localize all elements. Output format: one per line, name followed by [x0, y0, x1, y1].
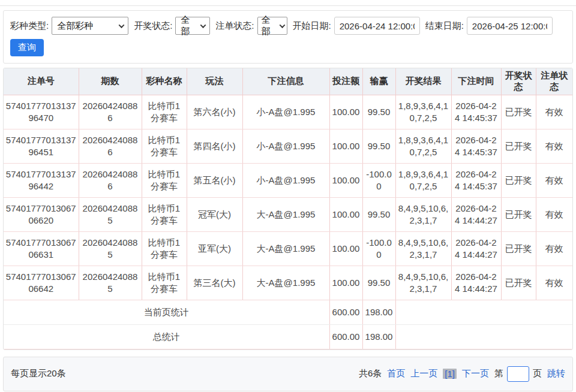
start-date-input[interactable]	[334, 17, 420, 35]
col-header-bet-info: 下注信息	[242, 68, 329, 95]
col-header-period: 期数	[79, 68, 142, 95]
start-date-label: 开始日期:	[293, 20, 331, 32]
cell-draw-result: 8,4,9,5,10,6,2,3,1,7	[395, 231, 451, 266]
page-summary-winloss-total: 198.00	[362, 300, 395, 324]
cell-bet-status: 有效	[536, 197, 572, 231]
cell-draw-result: 1,8,9,3,6,4,10,7,2,5	[395, 95, 451, 129]
pager: 共6条 首页 上一页 [1] 下一页 第 页 跳转	[353, 366, 565, 382]
cell-period: 202604240885	[79, 231, 142, 266]
cell-winloss: 99.50	[362, 197, 395, 231]
chevron-down-icon	[119, 22, 125, 28]
table-row: 5740177701306706642 202604240885 比特币1分赛车…	[4, 266, 572, 300]
current-page-indicator: [1]	[443, 369, 457, 379]
cell-period: 202604240885	[79, 197, 142, 231]
cell-bet-time: 2026-04-24 14:44:27	[451, 197, 501, 231]
table-header-row: 注单号 期数 彩种名称 玩法 下注信息 投注额 输赢 开奖结果 下注时间 开奖状…	[4, 68, 572, 95]
cell-period: 202604240886	[79, 163, 142, 197]
bet-status-label: 注单状态:	[215, 20, 254, 32]
col-header-draw-result: 开奖结果	[395, 68, 451, 95]
chevron-down-icon	[200, 22, 206, 28]
bet-status-select[interactable]: 全部	[257, 17, 287, 35]
cell-bet-number: 5740177701306706642	[4, 266, 79, 300]
end-date-label: 结束日期:	[425, 20, 464, 32]
jump-button[interactable]: 跳转	[547, 368, 565, 379]
cell-bet-time: 2026-04-24 14:44:27	[451, 266, 501, 300]
cell-period: 202604240886	[79, 129, 142, 163]
table-row: 5740177701313796451 202604240886 比特币1分赛车…	[4, 129, 572, 163]
draw-status-label: 开奖状态:	[134, 20, 172, 32]
cell-lottery-name: 比特币1分赛车	[142, 266, 187, 300]
cell-bet-status: 有效	[536, 129, 572, 163]
cell-draw-status: 已开奖	[501, 163, 536, 197]
cell-play-type: 亚军(大)	[187, 231, 242, 266]
cell-winloss: -100.00	[362, 231, 395, 266]
lottery-type-label: 彩种类型:	[10, 20, 49, 32]
cell-draw-result: 1,8,9,3,6,4,10,7,2,5	[395, 163, 451, 197]
bet-records-table-panel: 注单号 期数 彩种名称 玩法 下注信息 投注额 输赢 开奖结果 下注时间 开奖状…	[3, 68, 573, 350]
cell-bet-info: 小-A盘@1.995	[242, 129, 329, 163]
next-page-link[interactable]: 下一页	[462, 368, 489, 379]
page-jump-input[interactable]	[507, 366, 529, 382]
table-row: 5740177701306706631 202604240885 比特币1分赛车…	[4, 231, 572, 266]
cell-bet-info: 大-A盘@1.995	[242, 231, 329, 266]
cell-winloss: -100.00	[362, 163, 395, 197]
col-header-bet-status: 注单状态	[536, 68, 572, 95]
cell-period: 202604240886	[79, 95, 142, 129]
cell-bet-amount: 100.00	[329, 197, 362, 231]
col-header-winloss: 输赢	[362, 68, 395, 95]
cell-bet-number: 5740177701306706620	[4, 197, 79, 231]
total-summary-bet-total: 600.00	[329, 324, 362, 349]
total-count-text: 共6条	[359, 368, 382, 379]
draw-status-value: 全部	[181, 14, 197, 37]
cell-bet-time: 2026-04-24 14:45:37	[451, 129, 501, 163]
jump-prefix-label: 第	[494, 368, 503, 379]
total-summary-winloss-total: 198.00	[362, 324, 395, 349]
page-summary-row: 当前页统计 600.00 198.00	[4, 300, 572, 324]
cell-lottery-name: 比特币1分赛车	[142, 231, 187, 266]
first-page-link[interactable]: 首页	[387, 368, 405, 379]
bet-records-table: 注单号 期数 彩种名称 玩法 下注信息 投注额 输赢 开奖结果 下注时间 开奖状…	[4, 68, 572, 349]
cell-winloss: 99.50	[362, 95, 395, 129]
cell-bet-time: 2026-04-24 14:45:37	[451, 95, 501, 129]
page-summary-empty	[395, 300, 572, 324]
pagination-bar: 每页显示20条 共6条 首页 上一页 [1] 下一页 第 页 跳转	[3, 357, 573, 391]
col-header-draw-status: 开奖状态	[501, 68, 536, 95]
cell-period: 202604240885	[79, 266, 142, 300]
cell-bet-status: 有效	[536, 231, 572, 266]
cell-bet-amount: 100.00	[329, 266, 362, 300]
cell-draw-status: 已开奖	[501, 129, 536, 163]
cell-play-type: 第四名(小)	[187, 129, 242, 163]
cell-draw-result: 8,4,9,5,10,6,2,3,1,7	[395, 266, 451, 300]
lottery-type-select[interactable]: 全部彩种	[52, 17, 128, 35]
cell-draw-status: 已开奖	[501, 197, 536, 231]
cell-bet-amount: 100.00	[329, 95, 362, 129]
query-button[interactable]: 查询	[10, 39, 44, 56]
draw-status-select[interactable]: 全部	[175, 17, 210, 35]
total-summary-label: 总统计	[4, 324, 329, 349]
page-summary-label: 当前页统计	[4, 300, 329, 324]
cell-lottery-name: 比特币1分赛车	[142, 197, 187, 231]
table-body: 5740177701313796470 202604240886 比特币1分赛车…	[4, 95, 572, 300]
total-summary-row: 总统计 600.00 198.00	[4, 324, 572, 349]
cell-bet-info: 小-A盘@1.995	[242, 95, 329, 129]
table-row: 5740177701313796442 202604240886 比特币1分赛车…	[4, 163, 572, 197]
prev-page-link[interactable]: 上一页	[410, 368, 437, 379]
cell-draw-result: 8,4,9,5,10,6,2,3,1,7	[395, 197, 451, 231]
cell-bet-status: 有效	[536, 95, 572, 129]
cell-bet-amount: 100.00	[329, 231, 362, 266]
cell-bet-info: 大-A盘@1.995	[242, 197, 329, 231]
cell-bet-number: 5740177701313796451	[4, 129, 79, 163]
cell-bet-number: 5740177701313796442	[4, 163, 79, 197]
page-summary-bet-total: 600.00	[329, 300, 362, 324]
cell-draw-status: 已开奖	[501, 266, 536, 300]
end-date-input[interactable]	[467, 17, 553, 35]
total-summary-empty	[395, 324, 572, 349]
cell-draw-result: 1,8,9,3,6,4,10,7,2,5	[395, 129, 451, 163]
table-row: 5740177701313796470 202604240886 比特币1分赛车…	[4, 95, 572, 129]
cell-winloss: 99.50	[362, 266, 395, 300]
col-header-bet-time: 下注时间	[451, 68, 501, 95]
lottery-type-value: 全部彩种	[57, 20, 93, 32]
col-header-play-type: 玩法	[187, 68, 242, 95]
col-header-bet-amount: 投注额	[329, 68, 362, 95]
cell-play-type: 第六名(小)	[187, 95, 242, 129]
